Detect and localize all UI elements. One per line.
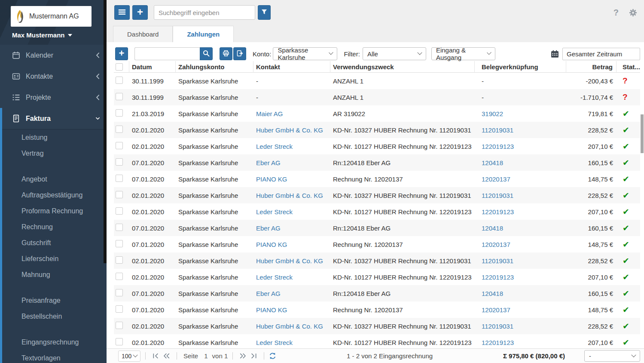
cell-kontakt-link[interactable]: Huber GmbH & Co. KG [253,323,330,330]
cell-beleg-link[interactable]: 12020137 [475,241,566,248]
sidebar-item-faktura[interactable]: Faktura [0,108,107,129]
cell-beleg-link[interactable]: 319022 [475,110,566,117]
row-checkbox[interactable] [116,256,123,264]
first-page-icon[interactable] [153,353,159,359]
submenu-item-lieferschein[interactable]: Lieferschein [0,251,107,267]
direction-select[interactable]: Eingang & Ausgang [431,47,495,60]
column-header-Zahlungskonto[interactable]: Zahlungskonto [176,61,253,73]
add-payment-button[interactable]: + [115,47,128,60]
cell-beleg-link[interactable]: 112019031 [475,126,566,134]
row-checkbox[interactable] [116,240,123,247]
tab-zahlungen[interactable]: Zahlungen [173,26,234,42]
cell-beleg-link[interactable]: 112019031 [475,323,566,330]
footer-extra-select[interactable]: - [584,350,640,362]
row-checkbox[interactable] [116,224,123,231]
export-button[interactable] [233,47,246,60]
submenu-item-eingangsrechnung[interactable]: Eingangsrechnung [0,334,107,350]
row-checkbox[interactable] [116,289,123,296]
last-page-icon[interactable] [250,353,257,359]
scrollbar-thumb[interactable] [641,114,644,153]
cell-kontakt-link[interactable]: Maier AG [253,110,330,117]
column-header-Stat...[interactable]: Stat... [617,61,640,73]
cell-beleg-link[interactable]: 120418 [475,290,566,297]
table-search-button[interactable] [200,47,213,60]
gear-icon[interactable] [629,9,637,17]
row-checkbox[interactable] [116,191,123,198]
cell-kontakt-link[interactable]: Leder Streck [253,208,330,215]
submenu-item-bestellschein[interactable]: Bestellschein [0,308,107,324]
cell-kontakt-link[interactable]: Eber AG [253,225,330,232]
submenu-item-preisanfrage[interactable]: Preisanfrage [0,292,107,308]
submenu-item-leistung[interactable]: Leistung [0,129,107,145]
filter-select[interactable]: Alle [363,47,426,60]
submenu-item-rechnung[interactable]: Rechnung [0,219,107,235]
submenu-item-angebot[interactable]: Angebot [0,171,107,187]
submenu-item-gutschrift[interactable]: Gutschrift [0,235,107,251]
print-button[interactable] [220,47,232,60]
row-checkbox[interactable] [116,175,123,182]
cell-kontakt-link[interactable]: Leder Streck [253,143,330,150]
cell-beleg-link[interactable]: 120418 [475,159,566,166]
row-checkbox[interactable] [116,207,123,215]
next-page-icon[interactable] [240,353,246,359]
global-search-input[interactable] [154,5,255,20]
tab-dashboard[interactable]: Dashboard [113,26,173,42]
cell-beleg-link[interactable]: 122019123 [475,143,566,150]
cell-kontakt-link[interactable]: Eber AG [253,159,330,166]
calendar-icon[interactable] [551,50,559,58]
cell-kontakt-link[interactable]: Huber GmbH & Co. KG [253,126,330,134]
cell-kontakt-link[interactable]: Eber AG [253,290,330,297]
row-checkbox[interactable] [116,322,123,329]
cell-beleg-link[interactable]: 122019123 [475,274,566,281]
cell-beleg-link[interactable]: 112019031 [475,257,566,265]
prev-page-icon[interactable] [163,353,170,359]
page-size-select[interactable]: 100 [118,351,140,362]
column-header-checkbox[interactable] [114,61,129,73]
help-icon[interactable]: ? [613,8,619,18]
cell-beleg-link[interactable]: 122019123 [475,339,566,346]
row-checkbox[interactable] [116,338,123,345]
cell-kontakt-link[interactable]: Huber GmbH & Co. KG [253,192,330,199]
sidebar-item-kalender[interactable]: Kalender [0,45,107,66]
submenu-item-auftragsbestätigung[interactable]: Auftragsbestätigung [0,187,107,203]
table-scrollbar[interactable] [640,114,644,348]
cell-kontakt-link[interactable]: Huber GmbH & Co. KG [253,257,330,265]
column-header-Belegverknüpfung[interactable]: Belegverknüpfung [475,61,566,73]
column-header-Betrag[interactable]: Betrag [566,61,617,73]
submenu-item-proforma-rechnung[interactable]: Proforma Rechnung [0,203,107,219]
konto-select[interactable]: Sparkasse Karlsruhe [273,47,337,60]
column-header-Verwendungszweck[interactable]: Verwendungszweck [330,61,475,73]
company-logo[interactable]: Mustermann AG [11,6,92,27]
user-menu[interactable]: Max Mustermann [12,31,107,39]
row-checkbox[interactable] [116,126,123,133]
cell-beleg-link[interactable]: 12020137 [475,175,566,183]
refresh-icon[interactable] [269,352,276,360]
row-checkbox[interactable] [116,305,123,313]
current-page[interactable]: 1 [204,352,208,360]
submenu-item-textvorlagen[interactable]: Textvorlagen [0,350,107,363]
row-checkbox[interactable] [116,158,123,166]
sidebar-item-kontakte[interactable]: Kontakte [0,66,107,87]
sidebar-item-projekte[interactable]: Projekte [0,87,107,108]
cell-kontakt-link[interactable]: Leder Streck [253,339,330,346]
zeitraum-input[interactable] [562,48,640,60]
cell-kontakt-link[interactable]: PIANO KG [253,241,330,248]
cell-kontakt-link[interactable]: Leder Streck [253,274,330,281]
row-checkbox[interactable] [116,273,123,280]
row-checkbox[interactable] [116,109,123,117]
row-checkbox[interactable] [116,93,123,100]
cell-beleg-link[interactable]: 112019031 [475,192,566,199]
row-checkbox[interactable] [116,77,123,84]
filter-button[interactable] [258,5,271,20]
select-all-checkbox[interactable] [116,63,123,71]
column-header-Datum[interactable]: Datum [129,61,176,73]
cell-beleg-link[interactable]: 122019123 [475,208,566,215]
cell-beleg-link[interactable]: 120418 [475,225,566,232]
table-search-input[interactable] [134,47,200,60]
add-button[interactable]: + [132,5,148,20]
sidebar-scrollbar[interactable] [104,0,107,263]
cell-kontakt-link[interactable]: PIANO KG [253,306,330,314]
submenu-item-vertrag[interactable]: Vertrag [0,145,107,161]
submenu-item-mahnung[interactable]: Mahnung [0,267,107,283]
row-checkbox[interactable] [116,142,123,149]
